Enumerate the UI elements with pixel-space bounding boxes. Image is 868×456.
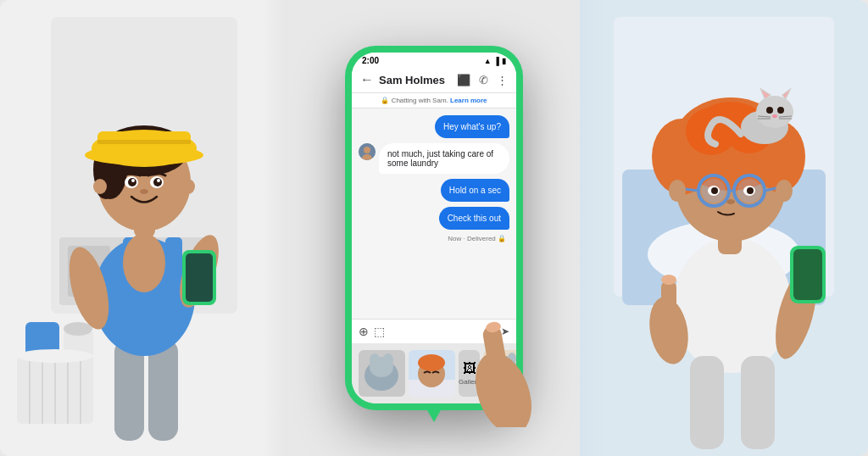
back-button[interactable]: ← [360,72,374,87]
gallery-thumb-1[interactable] [359,350,405,397]
banner-text: 🔒 Chatting with Sam. [381,97,450,104]
svg-point-90 [776,180,793,202]
svg-point-98 [777,107,784,114]
svg-point-87 [747,187,754,194]
svg-point-20 [123,233,165,292]
header-action-icons: ⬛ ✆ ⋮ [457,74,508,86]
svg-point-109 [661,275,676,285]
svg-point-40 [140,189,148,194]
svg-rect-24 [186,253,213,302]
phone-bottom-indicator [427,410,441,422]
svg-point-7 [64,322,92,336]
svg-point-86 [711,187,718,194]
message-received-row-1: not much, just taking care of some laund… [359,143,509,174]
svg-point-14 [17,349,93,363]
svg-point-49 [370,353,380,367]
wifi-icon: ▲ [484,57,492,65]
messages-area: Hey what's up? not much, just ta [352,108,516,319]
svg-point-50 [383,353,393,367]
chat-header: ← Sam Holmes ⬛ ✆ ⋮ [352,67,516,93]
status-icons: ▲ ▐ ▮ [484,57,506,65]
status-bar: 2:00 ▲ ▐ ▮ [352,53,516,67]
sticker-icon[interactable]: ⬚ [374,325,385,338]
svg-point-39 [157,179,160,182]
message-bubble-sent-1: Hey what's up? [435,115,509,138]
svg-rect-19 [165,237,182,305]
right-panel [580,0,868,456]
contact-name: Sam Holmes [379,74,452,86]
svg-point-41 [93,179,107,194]
learn-more-link[interactable]: Learn more [450,97,487,104]
svg-point-54 [418,354,445,371]
input-left-icons: ⊕ ⬚ [359,325,385,338]
contact-avatar [359,143,376,160]
message-bubble-sent-2: Hold on a sec [441,179,509,202]
signal-icon: ▐ [494,57,499,65]
svg-point-99 [772,114,777,118]
svg-rect-110 [690,356,724,449]
left-panel-fade [263,0,288,456]
svg-point-92 [756,96,793,128]
svg-point-89 [669,180,686,202]
scene-container: 2:00 ▲ ▐ ▮ ← Sam Holmes ⬛ ✆ ⋮ [0,0,868,456]
status-time: 2:00 [362,56,379,65]
delivered-status: Now · Delivered 🔒 [359,235,509,242]
right-panel-fade [580,0,605,456]
left-panel [0,0,288,456]
left-character-illustration [0,0,288,456]
svg-point-68 [673,237,792,373]
center-phone-wrapper: 2:00 ▲ ▐ ▮ ← Sam Holmes ⬛ ✆ ⋮ [288,0,580,456]
phone-call-icon[interactable]: ✆ [479,74,488,86]
battery-icon: ▮ [502,57,506,65]
chat-banner: 🔒 Chatting with Sam. Learn more [352,93,516,108]
svg-rect-32 [97,140,191,144]
svg-point-44 [364,147,370,153]
svg-point-42 [181,179,195,194]
message-bubble-received-1: not much, just taking care of some laund… [379,143,509,174]
right-character-illustration [580,0,868,456]
more-options-icon[interactable]: ⋮ [497,74,508,86]
hand-svg [461,309,546,427]
svg-rect-108 [661,280,676,331]
video-call-icon[interactable]: ⬛ [457,74,470,86]
hand-overlay [461,309,546,431]
add-attachment-icon[interactable]: ⊕ [359,325,369,338]
svg-point-97 [766,107,773,114]
gallery-thumb-2[interactable] [409,350,455,397]
svg-rect-106 [793,249,822,300]
svg-point-38 [131,179,135,182]
svg-point-88 [726,199,735,204]
message-bubble-sent-3: Check this out [439,207,509,230]
svg-rect-111 [741,356,775,449]
svg-point-33 [85,145,203,165]
